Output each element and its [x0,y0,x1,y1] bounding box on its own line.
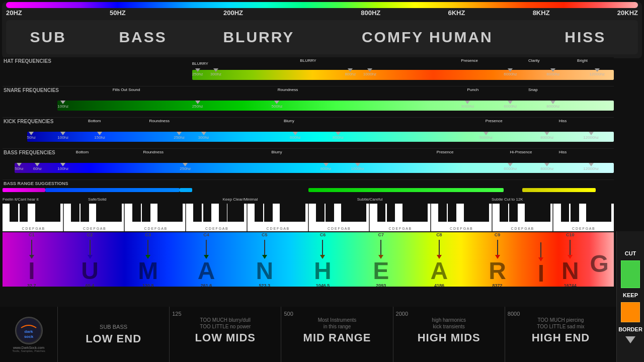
kick-row: KICK FREQUENCIES Bottom Roundness 50hz 1… [3,118,614,149]
kick-marker-150: 150hz [94,132,105,140]
bottom-mid-range-label: MID RANGE [303,331,371,344]
bottom-high-end: 8000 TOO MUCH piercingTOO LITTLE sad mix… [505,307,616,362]
bottom-mid-range-desc: Most Instrumentsin this range [318,317,357,330]
hearing-c4: C4 A 261.6 [177,232,235,287]
range-bar: SUB BASS BLURRY COMFY HUMAN HISS [6,20,638,54]
border-indicator [625,336,635,343]
snare-marker-250: 250hz [192,101,203,109]
bottom-high-mids-label: HIGH MIDS [418,331,480,344]
suggestion-bar-cyan [180,188,192,192]
hat-label-bright: Bright [577,58,588,63]
cut-label: CUT [625,250,636,256]
bass-marker-6000: 6000hz [504,163,517,171]
piano-keyboard: C D E F G A B C D E F G A B C D E F G A … [3,204,614,231]
hearing-c7: C7 E 2093 [352,232,410,287]
hearing-c6: C6 H 1046.5 [294,232,352,287]
hearing-c5: C5 N 523.3 [235,232,294,287]
bottom-mid-range-freq: 500 [284,311,293,317]
range-sub: SUB [6,29,90,46]
bass-label-round: Roundness [143,150,163,154]
hearing-i: I [526,233,555,286]
bass-marker-800: 800hz [320,163,332,171]
kick-marker-12000: 12000hz [583,132,599,140]
bass-marker-100: 100hz [57,163,68,171]
kick-marker-800: 800hz [333,132,344,140]
freq-label-20khz: 20KHZ [617,9,638,17]
hat-marker-250hz: 250hz [192,68,203,76]
suggestion-bar-green [308,188,504,192]
hearing-note-c2: C2 [87,232,93,237]
snare-bar [57,101,614,111]
bottom-high-mids: 2000 high harmonicskick transients HIGH … [393,307,505,362]
snare-label-fillsout: Fills Out Sound [113,87,140,92]
bottom-high-end-freq: 8000 [508,311,520,317]
bass-label-presence: Presence [437,150,454,154]
hat-label-clarity: Clarity [528,58,540,63]
hat-label-blurry: BLURRY [300,58,316,63]
snare-label-round: Roundness [278,87,298,92]
bass-marker-50: 50hz [15,163,23,171]
bottom-section: dark sock www.DarkSock.com Tools, Sample… [0,307,616,362]
bass-label-blurry: Blurry [272,150,282,154]
bottom-high-end-desc: TOO MUCH piercingTOO LITTLE sad mix [537,317,584,330]
snare-row: SNARE FREQUENCIES Fills Out Sound 100hz … [3,86,614,118]
freq-label-200hz: 200HZ [223,9,243,17]
right-panel: CUT KEEP BORDER [616,231,644,362]
range-blurry: BLURRY [196,29,322,46]
range-comfy: COMFY HUMAN [322,29,533,46]
svg-text:sock: sock [24,334,34,339]
bottom-high-mids-desc: high harmonicskick transients [432,317,466,330]
bottom-low-mids-label: LOW MIDS [195,331,256,344]
hat-marker-12000: 12000hz [589,68,605,76]
hearing-note-c10: C10 [566,232,575,237]
hearing-c3: C3 M 130.8 [119,232,177,287]
rainbow-bar [6,2,638,8]
snare-marker-6000: 6000hz [504,101,517,109]
kick-label-blurry: Blurry [284,119,294,123]
keep-bar [621,302,640,322]
bottom-high-mids-freq: 2000 [396,311,408,317]
snare-marker-8000: 8000hz [546,101,559,109]
kick-bar [27,132,614,142]
hat-marker-800: 800hz [345,68,356,76]
freq-labels-row: 20HZ 50HZ 200HZ 800HZ 6KHZ 8KHZ 20KHZ [6,9,638,17]
hearing-c9: C9 R 8372 [468,232,527,287]
logo-area: dark sock www.DarkSock.com Tools, Sample… [0,307,58,362]
bass-bar [15,163,614,173]
hat-marker-300hz: 300hz [210,68,221,76]
suggestion-bar-pink [3,188,45,192]
range-hiss: HISS [533,29,638,46]
kick-marker-8000: 8000hz [540,132,553,140]
freq-header: 20HZ 50HZ 200HZ 800HZ 6KHZ 8KHZ 20KHZ SU… [2,2,642,58]
bottom-high-end-label: HIGH END [532,331,590,344]
bass-label-hipresence: Hi-Presence [510,150,532,154]
hearing-g: G [585,243,614,276]
snare-marker-100: 100hz [57,101,68,109]
kick-label-hiss: Hiss [559,119,567,123]
freq-label-50hz: 50HZ [110,9,126,17]
cut-bar [621,260,640,288]
hearing-note-c9: C9 [495,232,501,237]
suggestion-label-clear: Keep Clear/Minimal [222,197,258,202]
bottom-low-mids: 125 TOO MUCH blurry/dullTOO LITTLE no po… [170,307,281,362]
hat-marker-1000: 1000hz [363,68,376,76]
snare-marker-500: 500hz [272,101,283,109]
suggestion-label-subtle: Subtle/Careful [357,197,383,202]
snare-title: SNARE FREQUENCIES [4,87,59,93]
kick-marker-5000: 5000hz [479,132,493,140]
hearing-note-c8: C8 [436,232,442,237]
hat-marker-6000: 6000hz [504,68,517,76]
kick-label-presence: Presence [486,119,503,123]
hat-row: HAT FREQUENCIES BLURRY 250hz 300hz BLURR… [3,57,614,86]
bottom-low-end: SUB BASS LOW END [58,307,170,362]
border-label: BORDER [618,326,642,332]
main-viz-area: HAT FREQUENCIES BLURRY 250hz 300hz BLURR… [3,57,614,206]
logo-url: www.DarkSock.com [13,346,44,349]
keep-label: KEEP [623,292,638,298]
human-hearing-display: C1 I 32.7 C2 U 65.4 C3 M 130.8 C4 [3,232,614,287]
bass-marker-250: 250hz [180,163,191,171]
bass-label-bottom: Bottom [76,150,89,154]
suggestion-label-cut: Subtle Cut to 12K [492,197,523,202]
snare-marker-3000: 3000hz [461,101,474,109]
kick-marker-100: 100hz [57,132,68,140]
